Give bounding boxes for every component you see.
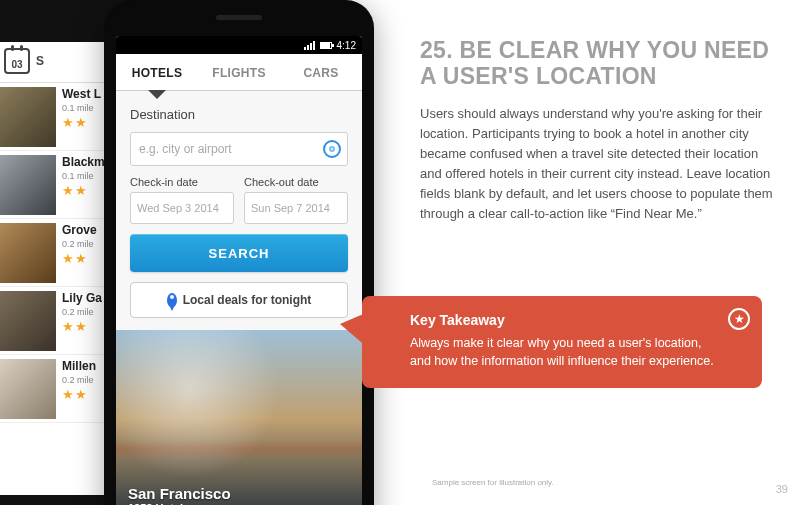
hotel-name: Blackm bbox=[62, 155, 105, 169]
callout-body: Always make it clear why you need a user… bbox=[410, 334, 718, 370]
back-phone-tab-fragment: S bbox=[36, 54, 45, 68]
checkout-label: Check-out date bbox=[244, 176, 348, 188]
local-deals-button[interactable]: Local deals for tonight bbox=[130, 282, 348, 318]
tab-bar: HOTELS FLIGHTS CARS bbox=[116, 54, 362, 91]
hotel-name: Millen bbox=[62, 359, 96, 373]
hotel-thumbnail bbox=[0, 155, 56, 215]
star-badge-icon: ★ bbox=[728, 308, 750, 330]
star-rating: ★★ bbox=[62, 115, 101, 130]
tab-cars[interactable]: CARS bbox=[280, 54, 362, 90]
hotel-distance: 0.2 mile bbox=[62, 239, 97, 249]
callout-title: Key Takeaway bbox=[410, 312, 718, 328]
checkout-input[interactable]: Sun Sep 7 2014 bbox=[244, 192, 348, 224]
signal-icon bbox=[304, 41, 315, 50]
star-rating: ★★ bbox=[62, 251, 97, 266]
article-body: Users should always understand why you'r… bbox=[420, 104, 776, 225]
hotel-distance: 0.2 mile bbox=[62, 307, 102, 317]
local-deals-label: Local deals for tonight bbox=[183, 293, 312, 307]
hero-image bbox=[116, 330, 362, 505]
locate-icon[interactable] bbox=[323, 140, 341, 158]
page-title: 25. BE CLEAR WHY YOU NEED A USER'S LOCAT… bbox=[420, 38, 776, 90]
android-status-bar: 4:12 bbox=[116, 36, 362, 54]
star-rating: ★★ bbox=[62, 387, 96, 402]
hero-banner[interactable]: San Francisco 1358 Hotels bbox=[116, 330, 362, 505]
hotel-thumbnail bbox=[0, 87, 56, 147]
tab-hotels[interactable]: HOTELS bbox=[116, 54, 198, 90]
search-button[interactable]: SEARCH bbox=[130, 234, 348, 272]
pin-icon bbox=[167, 293, 177, 307]
hotel-name: Lily Ga bbox=[62, 291, 102, 305]
hotel-name: West L bbox=[62, 87, 101, 101]
key-takeaway-callout: ★ Key Takeaway Always make it clear why … bbox=[362, 296, 762, 388]
foreground-phone: 4:12 HOTELS FLIGHTS CARS Destination e.g… bbox=[104, 0, 374, 505]
hotel-distance: 0.1 mile bbox=[62, 171, 105, 181]
hero-city: San Francisco bbox=[128, 485, 231, 502]
hotel-distance: 0.2 mile bbox=[62, 375, 96, 385]
tab-flights[interactable]: FLIGHTS bbox=[198, 54, 280, 90]
calendar-icon: 03 bbox=[4, 48, 30, 74]
hotel-name: Grove bbox=[62, 223, 97, 237]
star-rating: ★★ bbox=[62, 319, 102, 334]
destination-placeholder: e.g. city or airport bbox=[139, 142, 232, 156]
destination-input[interactable]: e.g. city or airport bbox=[130, 132, 348, 166]
hotel-thumbnail bbox=[0, 291, 56, 351]
destination-label: Destination bbox=[130, 107, 348, 122]
hotel-thumbnail bbox=[0, 359, 56, 419]
star-rating: ★★ bbox=[62, 183, 105, 198]
article: 25. BE CLEAR WHY YOU NEED A USER'S LOCAT… bbox=[420, 38, 776, 224]
battery-icon bbox=[320, 42, 332, 49]
search-form: Destination e.g. city or airport Check-i… bbox=[116, 91, 362, 330]
phone-earpiece bbox=[216, 15, 262, 20]
checkin-input[interactable]: Wed Sep 3 2014 bbox=[130, 192, 234, 224]
image-caption: Sample screen for illustration only. bbox=[432, 478, 554, 487]
checkin-label: Check-in date bbox=[130, 176, 234, 188]
page-number: 39 bbox=[776, 483, 788, 495]
hotel-thumbnail bbox=[0, 223, 56, 283]
status-time: 4:12 bbox=[337, 40, 356, 51]
hotel-distance: 0.1 mile bbox=[62, 103, 101, 113]
